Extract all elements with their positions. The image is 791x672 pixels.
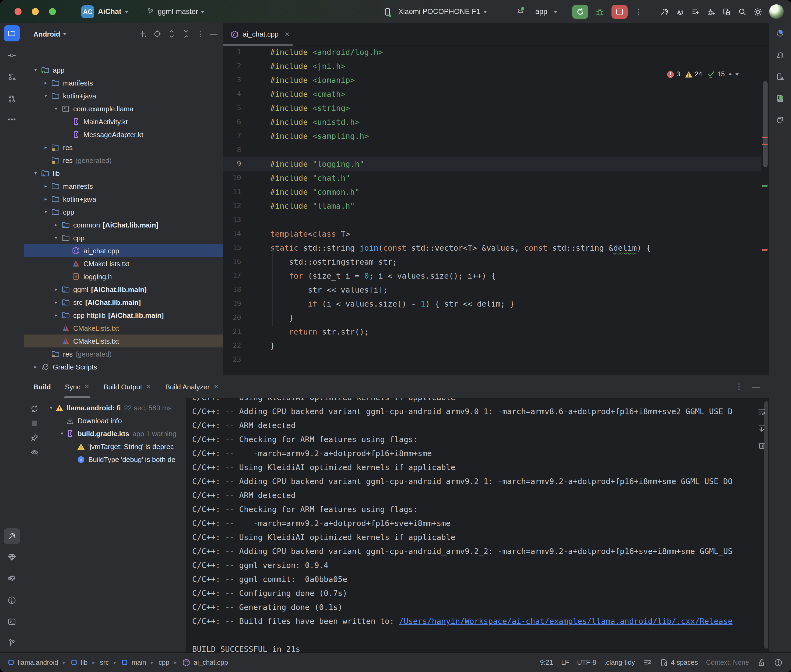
toolwindow-commit-button[interactable]: [4, 47, 20, 64]
build-project-icon[interactable]: [659, 7, 668, 16]
tree-item-lib[interactable]: ▾lib: [24, 167, 223, 180]
options-kebab-button[interactable]: ⋮: [196, 30, 204, 38]
tree-item-app[interactable]: ▾app: [24, 64, 223, 76]
tree-item-common[interactable]: ▸common[AiChat.lib.main]: [24, 218, 223, 231]
rerun-app-button[interactable]: [572, 5, 588, 19]
inspections-widget[interactable]: 3 24 15 ▾ ▾: [666, 70, 738, 78]
code-viewport[interactable]: 1#include <android/log.h>2#include <jni.…: [223, 45, 769, 375]
line-number[interactable]: 22: [223, 339, 241, 353]
build-tab-sync[interactable]: Sync✕: [65, 375, 90, 398]
line-number[interactable]: 9: [223, 157, 241, 171]
tree-item-manifests[interactable]: ▸manifests: [24, 180, 223, 192]
line-number[interactable]: 13: [223, 213, 241, 227]
line-number[interactable]: 14: [223, 227, 241, 241]
tree-item-cpp-httplib[interactable]: ▸cpp-httplib[AiChat.lib.main]: [24, 309, 223, 322]
toolwindow-app-quality-insights-button[interactable]: [4, 549, 20, 565]
toolwindow-gradle-button[interactable]: [772, 47, 788, 64]
editor-scrollbar-thumb[interactable]: [763, 81, 767, 167]
console-scrollbar-thumb[interactable]: [764, 401, 768, 648]
line-number[interactable]: 7: [223, 129, 241, 143]
device-selector[interactable]: Xiaomi POCOPHONE F1 ▾: [383, 7, 486, 16]
line-number[interactable]: 4: [223, 87, 241, 101]
vcs-branch-widget[interactable]: ggml-master ▾: [146, 7, 204, 16]
hide-panel-icon[interactable]: —: [752, 382, 760, 391]
toolwindow-device-manager-button[interactable]: [772, 69, 788, 85]
status-encoding[interactable]: UTF-8: [577, 659, 596, 666]
tree-item-messageadapter-kt[interactable]: MessageAdapter.kt: [24, 128, 223, 141]
project-view-selector[interactable]: Android: [34, 30, 60, 38]
error-stripe[interactable]: [761, 45, 769, 375]
breadcrumb-item-cpp[interactable]: cpp: [159, 659, 169, 666]
line-number[interactable]: 10: [223, 171, 241, 185]
build-tab-build-output[interactable]: Build Output✕: [104, 375, 151, 398]
prev-problem-icon[interactable]: ▾: [728, 72, 732, 77]
status-formatter[interactable]: [643, 658, 651, 667]
build-tree-item[interactable]: ▾llama.android: fi22 sec, 583 ms: [45, 401, 186, 414]
line-number[interactable]: 3: [223, 73, 241, 87]
status-write-access[interactable]: [757, 658, 766, 667]
tree-item-cpp[interactable]: ▾cpp: [24, 231, 223, 244]
line-number[interactable]: 2: [223, 59, 241, 73]
tree-item-kotlin-java[interactable]: ▾kotlin+java: [24, 89, 223, 102]
profiler-icon[interactable]: [691, 7, 700, 16]
zoom-window-button[interactable]: [49, 8, 56, 15]
more-actions-kebab-icon[interactable]: ⋮: [634, 7, 642, 16]
line-number[interactable]: 19: [223, 297, 241, 311]
expand-all-button[interactable]: [167, 30, 176, 38]
status-line-separator[interactable]: LF: [561, 659, 569, 666]
status-indent[interactable]: 4 spaces: [659, 658, 698, 667]
status-context[interactable]: Context: None: [706, 659, 749, 666]
line-number[interactable]: 18: [223, 283, 241, 297]
line-number[interactable]: 12: [223, 199, 241, 213]
project-widget[interactable]: AC AiChat ▾: [81, 5, 128, 18]
minimize-window-button[interactable]: [32, 8, 39, 15]
breadcrumb-item-ai-chat-cpp[interactable]: C++ai_chat.cpp: [182, 658, 228, 667]
line-number[interactable]: 5: [223, 101, 241, 115]
view-options-eye-icon[interactable]: [30, 447, 39, 457]
build-tree-item[interactable]: Download info: [45, 414, 186, 427]
tree-item-ai-chat-cpp[interactable]: C++ai_chat.cpp: [24, 244, 223, 257]
breadcrumb-item-src[interactable]: src: [100, 659, 109, 666]
tree-item-gradle-scripts[interactable]: ▸Gradle Scripts: [24, 360, 223, 373]
line-number[interactable]: 17: [223, 269, 241, 283]
close-tab-icon[interactable]: ✕: [146, 383, 151, 390]
line-number[interactable]: 6: [223, 115, 241, 129]
tree-item-kotlin-java[interactable]: ▸kotlin+java: [24, 192, 223, 205]
stop-app-button[interactable]: [611, 5, 627, 19]
toolwindow-structure-button[interactable]: [4, 69, 20, 85]
close-window-button[interactable]: [14, 8, 21, 15]
build-tree-item[interactable]: 'jvmTarget: String' is deprec: [45, 440, 186, 453]
line-number[interactable]: 23: [223, 353, 241, 367]
hide-panel-button[interactable]: —: [210, 30, 217, 38]
tree-item-cmakelists-txt[interactable]: CMakeLists.txt: [24, 334, 223, 347]
close-tab-icon[interactable]: ✕: [84, 383, 90, 390]
toolwindow-pull-requests-button[interactable]: [4, 91, 20, 107]
user-avatar[interactable]: [769, 4, 783, 19]
build-console[interactable]: C/C++: -- Using KleidiAI optimized kerne…: [186, 398, 769, 653]
pin-icon[interactable]: [30, 432, 39, 442]
new-item-plus-button[interactable]: [138, 30, 147, 38]
toolwindow-terminal-button[interactable]: [4, 614, 20, 630]
breadcrumb-item-lib[interactable]: lib: [71, 659, 87, 666]
toolwindow-more-button[interactable]: [4, 111, 20, 128]
settings-gear-icon[interactable]: [753, 7, 762, 16]
editor-tab-ai-chat-cpp[interactable]: C++ ai_chat.cpp ✕: [223, 23, 296, 45]
line-number[interactable]: 16: [223, 255, 241, 269]
collapse-all-button[interactable]: [182, 30, 191, 38]
device-mirror-icon[interactable]: [722, 7, 731, 16]
close-tab-icon[interactable]: ✕: [284, 30, 290, 38]
tree-item-res[interactable]: ▸res: [24, 141, 223, 154]
tree-item-com-example-llama[interactable]: ▾com.example.llama: [24, 102, 223, 115]
tree-item-cmakelists-txt[interactable]: CMakeLists.txt: [24, 322, 223, 334]
search-everywhere-icon[interactable]: [738, 7, 746, 16]
toolwindow-project-button[interactable]: [4, 25, 20, 42]
tree-item-manifests[interactable]: ▸manifests: [24, 76, 223, 89]
error-stripe-mark[interactable]: [761, 144, 767, 145]
breadcrumb-item-main[interactable]: main: [121, 659, 146, 666]
stop-disabled-icon[interactable]: [30, 418, 39, 427]
tree-item-logging-h[interactable]: Hlogging.h: [24, 270, 223, 283]
locate-file-button[interactable]: [153, 30, 162, 38]
close-tab-icon[interactable]: ✕: [213, 383, 219, 390]
tree-item-mainactivity-kt[interactable]: MainActivity.kt: [24, 115, 223, 128]
tree-item-cmakelists-txt[interactable]: CMakeLists.txt: [24, 257, 223, 270]
